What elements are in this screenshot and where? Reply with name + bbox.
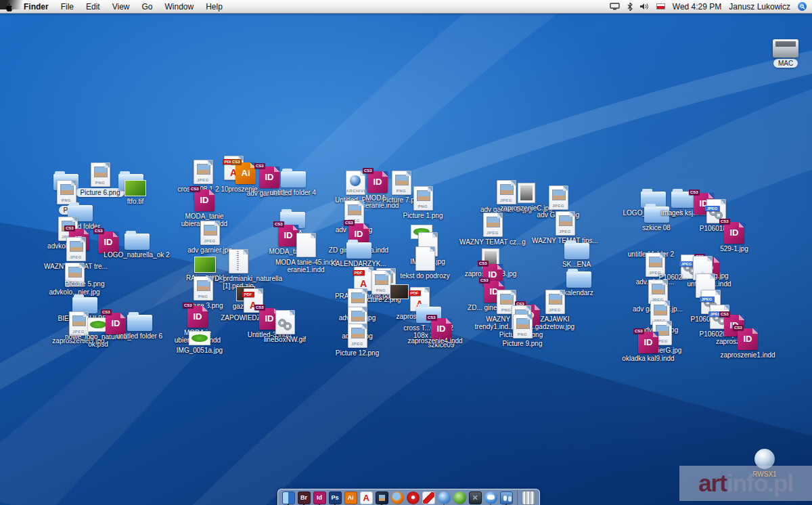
icon-label: 529-1.jpg xyxy=(720,245,748,252)
menu-username[interactable]: Janusz Lukowicz xyxy=(729,2,790,12)
desktop-icon-globe[interactable]: RWSX1 xyxy=(727,449,802,478)
icon-label: LOGO_naturella_ok 2 xyxy=(104,251,169,259)
desktop-icon-png[interactable]: PNGPicture 9.png xyxy=(485,314,560,347)
menu-left: FinderFileEditViewGoWindowHelp xyxy=(0,0,229,13)
desktop-icon-none[interactable]: Picture 5.png xyxy=(47,279,122,288)
apple-menu-icon[interactable] xyxy=(0,0,18,13)
menu-item-edit[interactable]: Edit xyxy=(80,0,106,13)
icon-label: MAC xyxy=(773,59,798,68)
menu-clock[interactable]: Wed 4:29 PM xyxy=(673,2,721,12)
desktop-screenshot: { "menubar": { "items": ["Finder", "File… xyxy=(0,0,812,505)
icon-label: ftfo.tif xyxy=(127,198,143,205)
dock-item-photoshop[interactable]: Ps xyxy=(329,491,342,504)
icon-label: IMG_0051a.jpg xyxy=(177,347,223,354)
dock-item-indesign[interactable]: Id xyxy=(313,491,326,504)
dock: BrIdPsAiA✕ xyxy=(277,489,540,505)
desktop-surface[interactable]: PNGPicture 6.pngftfo.tifPNGPiuntitled fo… xyxy=(0,13,812,505)
icon-label: RWSX1 xyxy=(752,470,776,478)
dock-item-stuffit[interactable] xyxy=(422,491,435,504)
menu-item-help[interactable]: Help xyxy=(200,0,229,13)
desktop-icon-jpeg[interactable]: JPEGPicture 12.png xyxy=(320,324,394,357)
desktop-icon-hdd[interactable]: MAC xyxy=(748,39,812,68)
bluetooth-menu-icon[interactable] xyxy=(627,3,633,11)
dock-item-ichat[interactable] xyxy=(484,491,497,504)
dock-item-bridge[interactable]: Br xyxy=(298,491,311,504)
desktop-icon-folder[interactable]: KALENDARZYK... xyxy=(321,238,396,267)
icon-label: zaproszenie4.indd xyxy=(407,337,462,345)
dock-item-preview[interactable] xyxy=(376,491,388,504)
dock-item-dvd-player[interactable] xyxy=(407,491,420,504)
icon-label: Picture 12.png xyxy=(336,349,380,357)
desktop-icon-none[interactable]: zaproszenie4.indd xyxy=(398,336,472,345)
icon-label: lineBoxNW.gif xyxy=(264,336,306,343)
icon-label: untitled folder 4 xyxy=(270,189,316,196)
menu-item-view[interactable]: View xyxy=(106,0,136,13)
menu-item-window[interactable]: Window xyxy=(159,0,200,13)
dock-item-illustrator[interactable]: Ai xyxy=(344,491,357,504)
desktop-icon-folder[interactable]: SK...ENA xyxy=(539,238,614,268)
desktop-icon-thumb2[interactable]: IMG_0051a.jpg xyxy=(162,324,237,354)
icon-label: Picture 5.png xyxy=(65,280,105,288)
dock-separator xyxy=(517,490,518,505)
keyboard-layout-flag-icon[interactable] xyxy=(656,3,665,9)
menu-item-go[interactable]: Go xyxy=(136,0,159,13)
volume-menu-icon[interactable] xyxy=(640,3,649,10)
dock-item-earth[interactable] xyxy=(438,491,451,504)
desktop-icon-gif[interactable]: lineBoxNW.gif xyxy=(248,310,322,343)
menu-bar: FinderFileEditViewGoWindowHelp Wed 4:29 … xyxy=(0,0,812,14)
icon-label: szkice 08 xyxy=(642,224,671,232)
display-menu-icon[interactable] xyxy=(610,3,620,10)
spotlight-icon[interactable] xyxy=(798,2,807,11)
dock-item-toast[interactable] xyxy=(453,491,466,504)
dock-item-acrobat[interactable]: A xyxy=(360,491,373,504)
menu-item-finder[interactable]: Finder xyxy=(18,0,55,13)
desktop-icon-jpeg[interactable]: JPEGWAZNY TEMAT cz...g xyxy=(455,213,530,246)
icon-label: WAZNY TEMAT cz...g xyxy=(459,238,526,246)
dock-item-server[interactable]: ✕ xyxy=(469,491,482,504)
menu-right: Wed 4:29 PM Janusz Lukowicz xyxy=(610,0,812,13)
desktop-icon-indd[interactable]: CS3ID529-1.jpg xyxy=(697,219,771,252)
desktop-icon-indd[interactable]: CS3IDzaproszenie1.indd xyxy=(710,326,785,359)
desktop-icon-png[interactable]: PNGPicture 1.png xyxy=(386,186,460,219)
desktop-icon-indd[interactable]: CS3IDokladka kal9.indd xyxy=(611,329,685,362)
dock-item-firefox[interactable] xyxy=(391,491,404,504)
icon-label: okladka kal9.indd xyxy=(622,355,674,362)
icon-label: Picture 9.png xyxy=(503,340,543,347)
dock-item-trash[interactable] xyxy=(522,491,535,505)
icon-label: untitled folder 6 xyxy=(116,332,162,340)
icon-label: zaproszenie1.indd xyxy=(720,351,775,359)
dock-item-finder[interactable] xyxy=(282,491,295,504)
dock-item-directory[interactable] xyxy=(500,491,513,504)
menu-item-file[interactable]: File xyxy=(55,0,80,13)
